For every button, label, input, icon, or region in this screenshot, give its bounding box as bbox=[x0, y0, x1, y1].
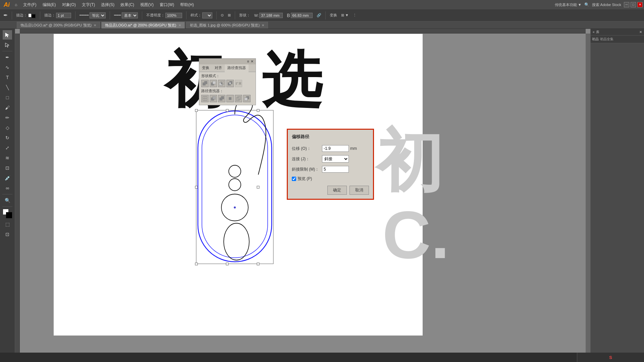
exclude-btn[interactable] bbox=[226, 80, 234, 87]
eraser-tool[interactable]: ◇ bbox=[3, 123, 12, 132]
free-transform-tool[interactable]: ⊡ bbox=[3, 163, 12, 173]
tab-2-label: 初选_图板 1.jpg @ 600% (RGB/GPU 预览) bbox=[190, 23, 260, 28]
merge-btn[interactable] bbox=[218, 95, 225, 102]
join-select[interactable]: 斜接 圆角 斜切 bbox=[322, 155, 349, 163]
cancel-button[interactable]: 取消 bbox=[350, 186, 369, 195]
right-panel-tab1[interactable]: 初品 bbox=[592, 37, 599, 42]
scale-tool[interactable]: ⤢ bbox=[3, 143, 12, 153]
pen-tool[interactable]: ✒ bbox=[3, 53, 12, 62]
handle-tr bbox=[257, 109, 259, 112]
extra-icon: ⋮ bbox=[353, 13, 357, 17]
close-button[interactable]: ✕ bbox=[637, 2, 643, 7]
handle-bc bbox=[226, 263, 228, 265]
right-panel-collapse[interactable]: « bbox=[593, 30, 595, 34]
tab-0-close[interactable]: ✕ bbox=[94, 23, 96, 27]
outer-oval-blue bbox=[198, 111, 272, 262]
grid-icon-btn[interactable]: ⊞ bbox=[226, 12, 232, 18]
minimize-button[interactable]: ─ bbox=[624, 2, 629, 7]
miter-input[interactable] bbox=[322, 166, 349, 173]
menu-window[interactable]: 窗口(W) bbox=[157, 1, 177, 8]
dash-line2: ━━━ bbox=[114, 13, 121, 17]
paintbrush-tool[interactable]: 🖌 bbox=[3, 103, 12, 112]
tab-1-close[interactable]: ✕ bbox=[178, 23, 181, 27]
color-swatches[interactable] bbox=[3, 209, 12, 218]
divide-btn[interactable] bbox=[201, 95, 209, 102]
handle-mr bbox=[257, 186, 259, 188]
right-panel-tab2[interactable]: 初品全集 bbox=[600, 37, 613, 42]
grid-icon: ⊞ bbox=[228, 13, 231, 17]
drawing-mode[interactable]: ⬚ bbox=[3, 220, 12, 229]
direct-select-tool[interactable] bbox=[3, 40, 12, 50]
line-tool[interactable]: ╲ bbox=[3, 83, 12, 92]
menu-help[interactable]: 帮助(H) bbox=[177, 1, 197, 8]
basic-select[interactable]: 基本 bbox=[122, 12, 138, 18]
menu-select[interactable]: 选择(S) bbox=[98, 1, 117, 8]
menu-object[interactable]: 对象(O) bbox=[59, 1, 78, 8]
menu-view[interactable]: 视图(V) bbox=[138, 1, 156, 8]
stroke-label: 描边： bbox=[16, 13, 27, 18]
curvature-tool[interactable]: ∿ bbox=[3, 63, 12, 72]
extra-options[interactable]: ⋮ bbox=[352, 12, 358, 18]
tab-1[interactable]: 饰品店LOGO.ai* @ 200% (RGB/GPU 预览) ✕ bbox=[101, 22, 184, 28]
trim-btn[interactable] bbox=[210, 95, 217, 102]
menu-file[interactable]: 文件(F) bbox=[20, 1, 39, 8]
h-input[interactable] bbox=[291, 13, 313, 18]
pathfinder-panel-menu[interactable]: ≡ bbox=[247, 59, 249, 64]
menu-text[interactable]: 文字(T) bbox=[79, 1, 98, 8]
vertical-scrollbar[interactable] bbox=[586, 34, 590, 357]
maximize-button[interactable]: □ bbox=[631, 2, 636, 7]
menu-effect[interactable]: 效果(C) bbox=[118, 1, 137, 8]
handle-tc bbox=[226, 109, 228, 112]
transform-options[interactable]: ⊞ ▼ bbox=[340, 12, 350, 18]
sep2 bbox=[40, 11, 40, 19]
pathfinder-panel-header[interactable]: ≡ ✕ bbox=[199, 59, 256, 64]
profile-icon-btn[interactable]: ⊙ bbox=[219, 12, 225, 18]
right-panel-close[interactable]: ✕ bbox=[639, 30, 642, 34]
canvas-area[interactable]: 初 选 bbox=[15, 29, 590, 362]
preview-checkbox[interactable] bbox=[292, 177, 296, 181]
minus-front-btn[interactable] bbox=[210, 80, 217, 87]
unite-btn[interactable] bbox=[201, 80, 209, 87]
intersect-btn[interactable] bbox=[218, 80, 225, 87]
eyedropper-tool[interactable]: 💉 bbox=[3, 173, 12, 183]
tab-align[interactable]: 对齐 bbox=[212, 64, 225, 72]
minus-back-btn[interactable] bbox=[243, 95, 251, 102]
tab-2-close[interactable]: ✕ bbox=[262, 23, 264, 27]
stroke-weight-input[interactable] bbox=[56, 13, 71, 18]
type-tool[interactable]: T bbox=[3, 73, 12, 82]
sep7 bbox=[216, 11, 217, 19]
link-icon: 🔗 bbox=[317, 13, 321, 17]
stroke-swatch[interactable] bbox=[6, 212, 12, 218]
transform-label: 变换 bbox=[330, 13, 337, 18]
screen-mode[interactable]: ⊡ bbox=[3, 230, 12, 239]
dash-select[interactable]: 等比 bbox=[90, 12, 106, 18]
stroke-weight: 描边： bbox=[43, 12, 72, 19]
tab-transform[interactable]: 变换 bbox=[199, 64, 212, 72]
menu-edit[interactable]: 编辑(E) bbox=[40, 1, 59, 8]
home-icon[interactable]: ⌂ bbox=[15, 2, 17, 7]
opacity-input[interactable] bbox=[165, 13, 182, 18]
tab-pathfinder[interactable]: 路径查找器 bbox=[225, 64, 249, 72]
tab-0[interactable]: 饰品店LOGO.ai* @ 200% (RGB/GPU 预览) ✕ bbox=[17, 22, 100, 28]
stroke-swatch[interactable] bbox=[31, 14, 36, 18]
style-select[interactable] bbox=[202, 12, 212, 18]
ok-button[interactable]: 确定 bbox=[327, 186, 347, 195]
pencil-tool[interactable]: ✏ bbox=[3, 113, 12, 122]
offset-input[interactable] bbox=[322, 145, 349, 152]
blend-tool[interactable]: ∞ bbox=[3, 183, 12, 193]
zoom-tool[interactable]: 🔍 bbox=[3, 196, 12, 205]
w-control: W: bbox=[253, 12, 284, 19]
warp-tool[interactable]: ≋ bbox=[3, 153, 12, 163]
transform-btn[interactable]: 变换 bbox=[328, 12, 338, 18]
select-tool[interactable] bbox=[3, 30, 12, 40]
rotate-tool[interactable]: ↻ bbox=[3, 133, 12, 142]
crop-btn[interactable] bbox=[226, 95, 234, 102]
pathfinder-panel-close[interactable]: ✕ bbox=[251, 59, 254, 64]
tab-2[interactable]: 初选_图板 1.jpg @ 600% (RGB/GPU 预览) ✕ bbox=[186, 22, 268, 28]
lock-aspect[interactable]: 🔗 bbox=[315, 12, 323, 18]
rect-tool[interactable]: □ bbox=[3, 93, 12, 102]
w-input[interactable] bbox=[259, 13, 283, 18]
expand-btn[interactable]: 扩展 bbox=[235, 80, 242, 87]
outline-btn[interactable] bbox=[235, 95, 242, 102]
offset-dialog-title: 偏移路径 bbox=[292, 134, 369, 140]
